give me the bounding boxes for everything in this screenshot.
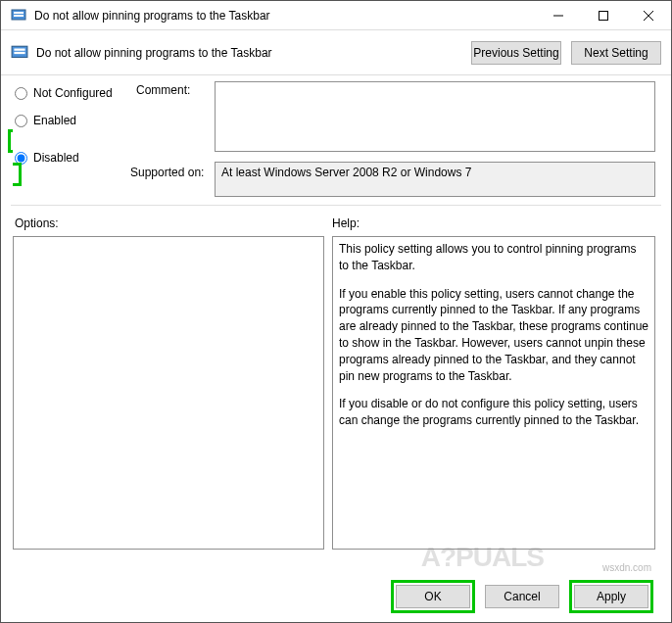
footer: OK Cancel Apply xyxy=(1,571,671,622)
svg-rect-9 xyxy=(14,51,24,53)
radio-disabled-input[interactable] xyxy=(15,152,27,165)
radio-disabled-label: Disabled xyxy=(33,151,79,165)
help-paragraph-3: If you disable or do not configure this … xyxy=(339,396,648,429)
radio-not-configured-input[interactable] xyxy=(15,87,27,100)
ok-highlight: OK xyxy=(391,580,475,613)
policy-header: Do not allow pinning programs to the Tas… xyxy=(1,30,671,75)
comment-label: Comment: xyxy=(136,83,190,97)
state-radio-group: Not Configured Enabled Disabled xyxy=(13,79,113,181)
policy-title: Do not allow pinning programs to the Tas… xyxy=(36,46,461,60)
titlebar: Do not allow pinning programs to the Tas… xyxy=(1,1,671,30)
radio-disabled[interactable]: Disabled xyxy=(13,148,113,168)
watermark-logo: A?PUALS xyxy=(421,542,544,573)
supported-on-box: At least Windows Server 2008 R2 or Windo… xyxy=(215,162,655,197)
help-label: Help: xyxy=(332,216,360,230)
disabled-highlight: Disabled xyxy=(8,129,113,186)
comment-textarea[interactable] xyxy=(215,81,655,152)
minimize-button[interactable] xyxy=(536,1,581,30)
next-setting-button[interactable]: Next Setting xyxy=(571,41,661,65)
watermark-text: wsxdn.com xyxy=(602,562,651,573)
svg-line-6 xyxy=(644,11,653,21)
svg-rect-4 xyxy=(600,11,608,20)
maximize-button[interactable] xyxy=(581,1,626,30)
window-icon xyxy=(11,8,26,24)
svg-rect-2 xyxy=(14,15,24,17)
separator xyxy=(11,205,661,206)
radio-enabled-label: Enabled xyxy=(33,114,76,127)
apply-highlight: Apply xyxy=(569,580,653,613)
help-box: This policy setting allows you to contro… xyxy=(332,236,655,550)
help-paragraph-1: This policy setting allows you to contro… xyxy=(339,241,648,274)
previous-setting-button[interactable]: Previous Setting xyxy=(471,41,561,65)
cancel-button[interactable]: Cancel xyxy=(485,585,559,608)
policy-icon xyxy=(11,44,28,62)
radio-not-configured[interactable]: Not Configured xyxy=(13,79,113,107)
svg-line-5 xyxy=(644,11,653,21)
radio-enabled-input[interactable] xyxy=(15,115,27,127)
supported-on-label: Supported on: xyxy=(130,166,204,179)
options-box xyxy=(13,236,324,550)
apply-button[interactable]: Apply xyxy=(574,585,648,608)
radio-not-configured-label: Not Configured xyxy=(33,86,113,100)
options-label: Options: xyxy=(15,216,59,230)
ok-button[interactable]: OK xyxy=(396,585,470,608)
svg-rect-8 xyxy=(14,48,24,50)
window-title: Do not allow pinning programs to the Tas… xyxy=(34,9,536,23)
close-button[interactable] xyxy=(626,1,671,30)
svg-rect-1 xyxy=(14,12,24,14)
radio-enabled[interactable]: Enabled xyxy=(13,107,113,134)
supported-on-text: At least Windows Server 2008 R2 or Windo… xyxy=(221,166,471,179)
help-paragraph-2: If you enable this policy setting, users… xyxy=(339,286,648,385)
